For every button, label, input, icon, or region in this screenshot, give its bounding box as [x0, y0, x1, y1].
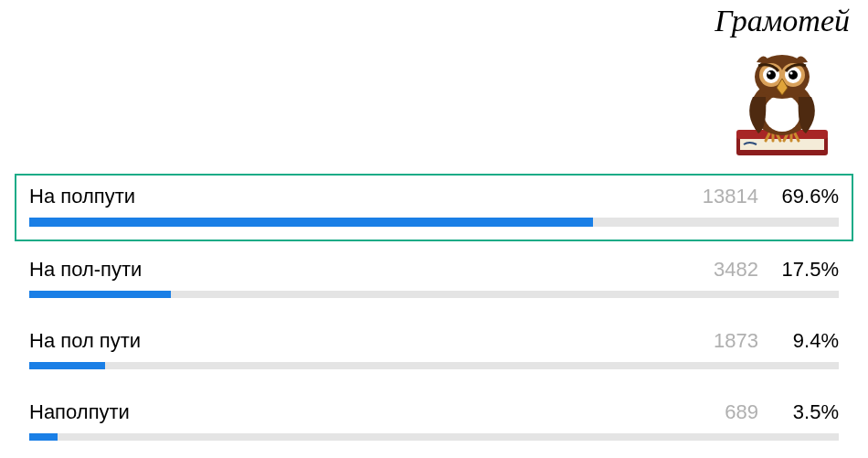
option-percent: 9.4%: [780, 329, 839, 353]
option-count: 689: [704, 400, 758, 424]
option-percent: 17.5%: [780, 258, 839, 282]
progress-track: [29, 433, 839, 441]
progress-track: [29, 291, 839, 298]
brand-logo: Грамотей: [715, 4, 850, 161]
option-label: На пол-пути: [29, 258, 704, 282]
option-label: На полпути: [29, 185, 703, 208]
poll-results: На полпути 13814 69.6% На пол-пути 3482 …: [15, 174, 853, 458]
poll-option[interactable]: На пол-пути 3482 17.5%: [15, 247, 853, 313]
svg-point-12: [768, 71, 771, 74]
poll-option[interactable]: Наполпути 689 3.5%: [15, 389, 853, 455]
progress-fill: [29, 433, 58, 441]
poll-option[interactable]: На полпути 13814 69.6%: [15, 174, 853, 241]
svg-point-10: [767, 70, 776, 80]
progress-fill: [29, 218, 593, 227]
svg-point-11: [789, 70, 798, 80]
progress-track: [29, 362, 839, 369]
svg-point-4: [764, 95, 800, 132]
option-count: 1873: [704, 329, 758, 353]
option-label: Наполпути: [29, 400, 704, 424]
svg-rect-2: [740, 139, 824, 150]
option-count: 13814: [703, 185, 758, 208]
progress-fill: [29, 291, 171, 298]
poll-option[interactable]: На пол пути 1873 9.4%: [15, 318, 853, 384]
brand-name: Грамотей: [715, 4, 850, 38]
option-percent: 69.6%: [780, 185, 839, 208]
progress-fill: [29, 362, 105, 369]
option-label: На пол пути: [29, 329, 704, 353]
progress-track: [29, 218, 839, 227]
option-percent: 3.5%: [780, 400, 839, 424]
svg-point-13: [790, 71, 793, 74]
option-count: 3482: [704, 258, 758, 282]
owl-on-book-icon: [727, 42, 837, 161]
